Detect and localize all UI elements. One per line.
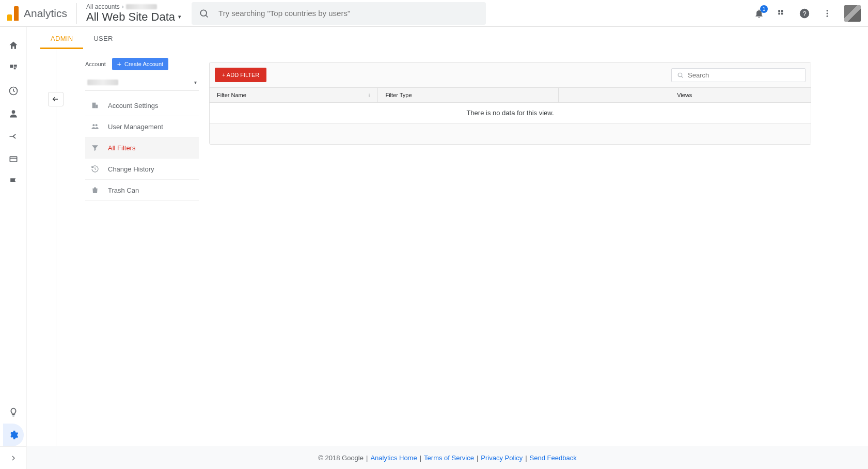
admin-two-column: Account + Create Account ▾ Account Setti… [56, 50, 868, 469]
nav-behavior[interactable] [3, 148, 24, 170]
svg-point-9 [827, 12, 828, 14]
menu-trash-can[interactable]: Trash Can [85, 180, 199, 201]
svg-rect-12 [13, 65, 17, 67]
account-name-redacted [126, 4, 157, 9]
notifications-button[interactable]: 1 [753, 8, 765, 19]
menu-all-filters[interactable]: All Filters [85, 137, 199, 159]
user-avatar[interactable] [844, 5, 861, 22]
history-icon [90, 165, 100, 173]
header-actions: 1 ? [753, 5, 861, 22]
col-filter-type[interactable]: Filter Type [378, 88, 558, 103]
admin-tabs: ADMIN USER [27, 27, 868, 50]
analytics-logo-icon [7, 6, 19, 21]
svg-rect-4 [778, 12, 780, 14]
svg-line-1 [206, 15, 208, 17]
nav-audience[interactable] [3, 102, 24, 125]
nav-admin[interactable] [3, 424, 24, 446]
account-name-redacted [87, 80, 118, 85]
add-filter-button[interactable]: + ADD FILTER [215, 68, 266, 82]
account-label: Account [85, 61, 106, 67]
search-input[interactable] [218, 9, 479, 18]
arrow-branch-icon [8, 131, 19, 142]
nav-acquisition[interactable] [3, 125, 24, 148]
svg-rect-14 [16, 68, 17, 69]
svg-line-24 [682, 76, 683, 77]
person-icon [8, 108, 19, 119]
help-button[interactable]: ? [799, 8, 810, 19]
chevron-right-icon: › [122, 3, 124, 10]
back-button[interactable] [48, 92, 64, 106]
chevron-right-icon [9, 454, 18, 462]
filters-search-input[interactable] [688, 71, 800, 79]
svg-rect-20 [96, 105, 98, 108]
more-vert-icon [823, 9, 832, 18]
svg-rect-19 [92, 103, 96, 108]
footer-link-home[interactable]: Analytics Home [370, 454, 417, 462]
svg-rect-11 [10, 65, 13, 68]
nav-home[interactable] [3, 34, 24, 57]
product-name: Analytics [24, 7, 67, 20]
tab-admin[interactable]: ADMIN [40, 28, 83, 49]
svg-point-0 [200, 10, 207, 16]
search-icon [199, 8, 209, 19]
tab-user[interactable]: USER [83, 28, 123, 49]
caret-down-icon: ▾ [178, 13, 181, 20]
apps-button[interactable] [776, 8, 787, 19]
svg-point-10 [827, 15, 828, 17]
copyright: © 2018 Google [318, 454, 364, 462]
menu-account-settings[interactable]: Account Settings [85, 95, 199, 116]
caret-down-icon: ▾ [194, 80, 197, 85]
account-dropdown[interactable]: ▾ [85, 76, 199, 91]
building-icon [90, 101, 100, 110]
create-account-button[interactable]: + Create Account [112, 58, 168, 70]
apps-grid-icon [777, 9, 786, 18]
svg-rect-17 [10, 157, 17, 162]
nav-realtime[interactable] [3, 80, 24, 102]
col-views[interactable]: Views [558, 88, 811, 103]
blank-row [210, 123, 811, 144]
col-filter-name[interactable]: Filter Name ↓ [210, 88, 378, 103]
dashboard-icon [9, 64, 18, 73]
svg-text:?: ? [802, 9, 806, 17]
more-button[interactable] [822, 8, 833, 19]
svg-point-23 [678, 73, 682, 77]
trash-icon [90, 186, 100, 194]
gear-icon [8, 430, 19, 440]
svg-rect-5 [781, 12, 783, 14]
view-name-dropdown[interactable]: All Web Site Data ▾ [86, 10, 181, 24]
menu-change-history[interactable]: Change History [85, 159, 199, 180]
svg-point-21 [92, 124, 94, 126]
footer-link-feedback[interactable]: Send Feedback [530, 454, 577, 462]
menu-user-management[interactable]: User Management [85, 116, 199, 137]
product-logo[interactable]: Analytics [7, 3, 77, 24]
expand-rail-button[interactable] [0, 446, 26, 469]
svg-rect-13 [13, 68, 15, 70]
account-column-header: Account + Create Account [85, 58, 199, 70]
breadcrumb: All accounts › [86, 3, 181, 10]
empty-state-row: There is no data for this view. [210, 103, 811, 123]
search-icon [677, 72, 684, 79]
svg-point-8 [827, 10, 828, 11]
help-icon: ? [799, 8, 810, 19]
filters-search[interactable] [671, 68, 806, 82]
account-selector[interactable]: All accounts › All Web Site Data ▾ [86, 3, 181, 24]
sort-down-icon: ↓ [368, 92, 370, 98]
left-nav-rail [0, 27, 27, 469]
lightbulb-icon [8, 407, 19, 417]
flag-icon [8, 177, 19, 187]
svg-point-22 [96, 124, 98, 126]
nav-discover[interactable] [3, 401, 24, 424]
plus-icon: + [117, 60, 121, 68]
account-menu: Account Settings User Management All Fil… [85, 95, 199, 201]
content-area: ADMIN USER Account + Create Account ▾ [27, 27, 868, 469]
filters-table-box: + ADD FILTER Filter Name ↓ [209, 62, 811, 145]
footer-link-privacy[interactable]: Privacy Policy [481, 454, 523, 462]
nav-customization[interactable] [3, 57, 24, 80]
filters-table: Filter Name ↓ Filter Type Views [210, 88, 811, 144]
svg-rect-2 [778, 10, 780, 12]
nav-conversions[interactable] [3, 170, 24, 193]
svg-rect-3 [781, 10, 783, 12]
footer-link-tos[interactable]: Terms of Service [424, 454, 474, 462]
global-search[interactable] [192, 2, 486, 25]
clock-icon [8, 86, 19, 96]
